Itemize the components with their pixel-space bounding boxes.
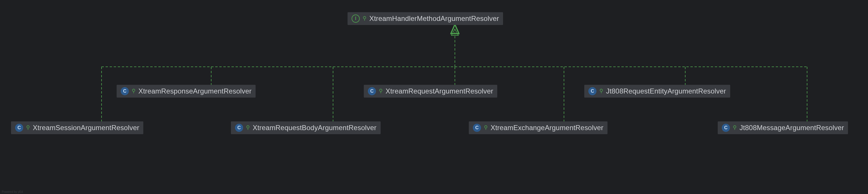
unlock-icon: ⚲ [246, 125, 250, 130]
node-class-response-resolver[interactable]: C ⚲ XtreamResponseArgumentResolver [117, 85, 256, 98]
unlock-icon: ⚲ [132, 88, 135, 93]
diagram-canvas: I ⚲ XtreamHandlerMethodArgumentResolver … [0, 0, 868, 194]
node-label: XtreamRequestArgumentResolver [385, 87, 493, 95]
node-label: XtreamSessionArgumentResolver [33, 124, 139, 132]
node-class-request-body-resolver[interactable]: C ⚲ XtreamRequestBodyArgumentResolver [231, 121, 381, 134]
class-icon: C [235, 124, 243, 132]
class-icon: C [722, 124, 730, 132]
node-class-jt808-entity-resolver[interactable]: C ⚲ Jt808RequestEntityArgumentResolver [584, 85, 730, 98]
unlock-icon: ⚲ [733, 125, 737, 130]
class-icon: C [15, 124, 23, 132]
node-class-jt808-message-resolver[interactable]: C ⚲ Jt808MessageArgumentResolver [718, 121, 848, 134]
footer-attribution: Powered by yEd [2, 190, 23, 193]
node-class-request-resolver[interactable]: C ⚲ XtreamRequestArgumentResolver [364, 85, 497, 98]
node-label: XtreamHandlerMethodArgumentResolver [369, 15, 499, 23]
class-icon: C [588, 87, 596, 95]
node-label: XtreamResponseArgumentResolver [138, 87, 251, 95]
node-class-exchange-resolver[interactable]: C ⚲ XtreamExchangeArgumentResolver [469, 121, 608, 134]
node-label: Jt808RequestEntityArgumentResolver [606, 87, 726, 95]
unlock-icon: ⚲ [26, 125, 30, 130]
unlock-icon: ⚲ [484, 125, 488, 130]
node-root-interface[interactable]: I ⚲ XtreamHandlerMethodArgumentResolver [347, 12, 503, 25]
unlock-icon: ⚲ [599, 88, 603, 93]
class-icon: C [473, 124, 481, 132]
unlock-icon: ⚲ [363, 16, 366, 21]
interface-icon: I [351, 15, 360, 23]
node-label: Jt808MessageArgumentResolver [740, 124, 844, 132]
unlock-icon: ⚲ [379, 88, 383, 93]
node-label: XtreamRequestBodyArgumentResolver [253, 124, 377, 132]
class-icon: C [368, 87, 376, 95]
class-icon: C [121, 87, 129, 95]
node-label: XtreamExchangeArgumentResolver [491, 124, 603, 132]
node-class-session-resolver[interactable]: C ⚲ XtreamSessionArgumentResolver [11, 121, 143, 134]
